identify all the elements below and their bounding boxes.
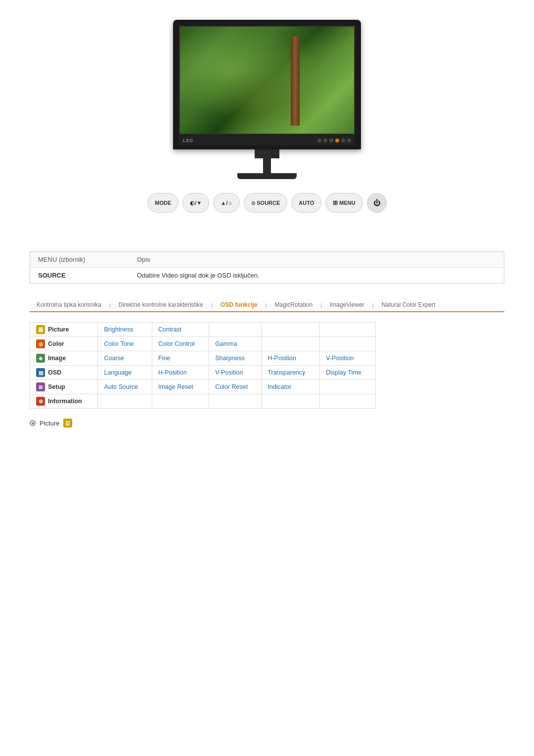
osd-osd-transparency[interactable]: Transparency xyxy=(262,366,320,380)
osd-setup-imagereset[interactable]: Image Reset xyxy=(152,380,209,394)
menu-table: MENU (izbornik) Opis SOURCE Odabire Vide… xyxy=(30,252,504,283)
osd-osd-label: ▤ OSD xyxy=(36,368,91,377)
picture-radio-button xyxy=(30,420,36,426)
osd-setup-colorreset[interactable]: Color Reset xyxy=(209,380,262,394)
osd-menu-color-cell: ◎ Color xyxy=(30,337,98,351)
menu-icon: ⊞ xyxy=(333,199,338,206)
osd-setup-autosource[interactable]: Auto Source xyxy=(98,380,152,394)
osd-color-gamma[interactable]: Gamma xyxy=(209,337,262,351)
osd-image-hposition[interactable]: H-Position xyxy=(262,351,320,366)
picture-label-section: Picture 🖼 xyxy=(30,419,504,427)
display-time-link[interactable]: Display Time xyxy=(326,369,361,376)
color-tone-link[interactable]: Color Tone xyxy=(104,340,134,347)
monitor-indicator-dot5 xyxy=(341,139,345,142)
osd-row-image: ⊕ Image Coarse Fine Sharpness H-Position… xyxy=(30,351,376,366)
osd-image-sharpness[interactable]: Sharpness xyxy=(209,351,262,366)
osd-osd-language[interactable]: Language xyxy=(98,366,152,380)
osd-osd-hposition[interactable]: H-Position xyxy=(152,366,209,380)
osd-information-label: ⚙ Information xyxy=(36,397,91,406)
contrast-button[interactable]: ▲/☼ xyxy=(213,193,240,213)
osd-setup-indicator[interactable]: Indicator xyxy=(262,380,320,394)
osd-hposition-link[interactable]: H-Position xyxy=(158,369,187,376)
osd-info-empty2 xyxy=(152,394,209,409)
osd-info-empty1 xyxy=(98,394,152,409)
osd-picture-empty2 xyxy=(262,323,320,337)
power-button[interactable]: ⏻ xyxy=(367,193,387,213)
menu-table-col2-header: Opis xyxy=(129,252,504,268)
osd-image-vposition[interactable]: V-Position xyxy=(320,351,376,366)
osd-image-coarse[interactable]: Coarse xyxy=(98,351,152,366)
picture-menu-icon: 🖼 xyxy=(36,325,45,334)
fine-link[interactable]: Fine xyxy=(158,355,170,362)
nav-tabs: Kontrolna tipka korisnika | Direktne kon… xyxy=(30,298,504,312)
control-buttons-row: MODE ◐/▼ ▲/☼ ⊙ SOURCE AUTO ⊞ MENU ⏻ xyxy=(139,189,394,217)
osd-menu-information-cell: ⚙ Information xyxy=(30,394,98,409)
monitor-indicator-dot4 xyxy=(335,139,339,142)
tab-kontrolna[interactable]: Kontrolna tipka korisnika xyxy=(30,298,108,312)
osd-setup-empty xyxy=(320,380,376,394)
monitor-stand-top xyxy=(255,149,279,158)
menu-table-source-label: SOURCE xyxy=(30,268,129,284)
osd-menu-picture-cell: 🖼 Picture xyxy=(30,323,98,337)
monitor-indicator-dot6 xyxy=(347,139,351,142)
color-label-text: Color xyxy=(48,340,64,347)
monitor-body: LED xyxy=(173,20,361,149)
tab-naturalcolor[interactable]: Natural Color Expert xyxy=(375,298,443,312)
picture-small-icon: 🖼 xyxy=(63,419,72,427)
menu-table-col1-header: MENU (izbornik) xyxy=(30,252,129,268)
tab-direktne[interactable]: Direktne kontrolne karakteristike xyxy=(112,298,210,312)
tab-imageviewer[interactable]: ImageViewer xyxy=(323,298,371,312)
auto-source-link[interactable]: Auto Source xyxy=(104,383,138,390)
brightness-link[interactable]: Brightness xyxy=(104,326,133,333)
monitor-stand-base xyxy=(237,173,297,179)
osd-setup-label: ⊞ Setup xyxy=(36,382,91,391)
osd-label-text: OSD xyxy=(48,369,61,376)
osd-menu-image-cell: ⊕ Image xyxy=(30,351,98,366)
gamma-link[interactable]: Gamma xyxy=(215,340,237,347)
osd-color-tone[interactable]: Color Tone xyxy=(98,337,152,351)
image-vposition-link[interactable]: V-Position xyxy=(326,355,354,362)
monitor-indicator-dot2 xyxy=(323,139,327,142)
color-reset-link[interactable]: Color Reset xyxy=(215,383,248,390)
osd-row-osd: ▤ OSD Language H-Position V-Position Tra… xyxy=(30,366,376,380)
tab-sep-1: | xyxy=(108,302,112,308)
sharpness-link[interactable]: Sharpness xyxy=(215,355,245,362)
osd-row-picture: 🖼 Picture Brightness Contrast xyxy=(30,323,376,337)
menu-button[interactable]: ⊞ MENU xyxy=(325,193,362,213)
osd-menu-osd-cell: ▤ OSD xyxy=(30,366,98,380)
source-icon: ⊙ xyxy=(251,200,255,206)
auto-button[interactable]: AUTO xyxy=(291,193,321,213)
osd-osd-vposition[interactable]: V-Position xyxy=(209,366,262,380)
menu-table-header-row: MENU (izbornik) Opis xyxy=(30,252,504,268)
tab-osd[interactable]: OSD funkcije xyxy=(214,298,265,312)
setup-label-text: Setup xyxy=(48,383,65,390)
language-link[interactable]: Language xyxy=(104,369,132,376)
color-control-link[interactable]: Color Control xyxy=(158,340,195,347)
setup-menu-icon: ⊞ xyxy=(36,382,45,391)
osd-info-empty3 xyxy=(209,394,262,409)
osd-vposition-link[interactable]: V-Position xyxy=(215,369,243,376)
image-reset-link[interactable]: Image Reset xyxy=(158,383,193,390)
tab-magicrotation[interactable]: MagicRotation xyxy=(267,298,319,312)
monitor-section: LED MODE ◐/▼ ▲/☼ ⊙ SOURCE xyxy=(0,0,534,232)
osd-image-fine[interactable]: Fine xyxy=(152,351,209,366)
indicator-link[interactable]: Indicator xyxy=(267,383,291,390)
mode-button[interactable]: MODE xyxy=(147,193,178,213)
osd-picture-brightness[interactable]: Brightness xyxy=(98,323,152,337)
monitor-bottom-bar: LED xyxy=(179,135,355,145)
source-button[interactable]: ⊙ SOURCE xyxy=(244,193,287,213)
transparency-link[interactable]: Transparency xyxy=(267,369,305,376)
image-hposition-link[interactable]: H-Position xyxy=(267,355,296,362)
osd-color-control[interactable]: Color Control xyxy=(152,337,209,351)
contrast-link[interactable]: Contrast xyxy=(158,326,181,333)
brightness-button[interactable]: ◐/▼ xyxy=(182,193,209,213)
coarse-link[interactable]: Coarse xyxy=(104,355,124,362)
osd-picture-contrast[interactable]: Contrast xyxy=(152,323,209,337)
osd-color-label: ◎ Color xyxy=(36,339,91,348)
osd-row-setup: ⊞ Setup Auto Source Image Reset Color Re… xyxy=(30,380,376,394)
color-menu-icon: ◎ xyxy=(36,339,45,348)
osd-image-label: ⊕ Image xyxy=(36,354,91,363)
tab-sep-5: | xyxy=(371,302,375,308)
osd-osd-displaytime[interactable]: Display Time xyxy=(320,366,376,380)
monitor-screen xyxy=(179,26,355,135)
